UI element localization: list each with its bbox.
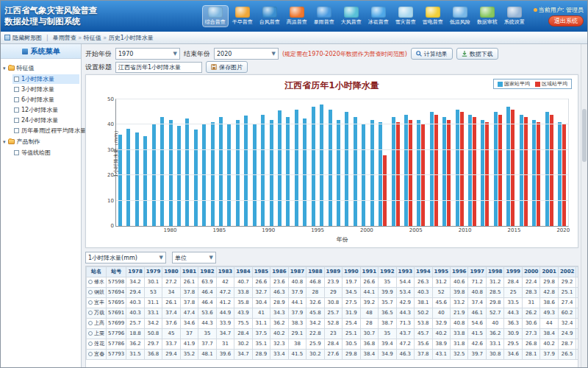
toolbar-item-8[interactable]: 雪灾普查: [393, 6, 418, 26]
column-header-year[interactable]: 1981: [180, 267, 198, 277]
table-row[interactable]: 上栗5779618.850.845373534.728.437.540.229.…: [87, 329, 579, 339]
unit-select[interactable]: 单位 ▼: [172, 252, 216, 263]
tree-item[interactable]: 历年暴雨过程平均降水量: [12, 126, 79, 135]
toggle-tree-button[interactable]: 隐藏树形图: [4, 34, 42, 42]
tree-item[interactable]: 12小时降水量: [12, 105, 79, 115]
breadcrumb-item[interactable]: 特征值: [84, 35, 101, 41]
column-header-year[interactable]: 1985: [252, 267, 270, 277]
radio-icon[interactable]: [88, 342, 93, 346]
column-header-year[interactable]: 1980: [162, 267, 180, 277]
vertical-scrollbar[interactable]: [581, 44, 587, 367]
breadcrumb-item[interactable]: 暴雨普查: [53, 35, 76, 41]
toolbar-item-1[interactable]: 综合普查: [203, 6, 228, 26]
station-name-cell[interactable]: 铜鼓: [87, 288, 107, 298]
station-name-cell[interactable]: 宜丰: [87, 298, 107, 308]
column-header-year[interactable]: 1987: [288, 267, 306, 277]
column-header-year[interactable]: 1999: [504, 267, 522, 277]
measure-select[interactable]: 1小时降水量(mm) ▼: [85, 252, 166, 263]
station-name-cell[interactable]: 万载: [87, 308, 107, 319]
station-name-cell[interactable]: 莲花: [87, 339, 107, 350]
scrollbar-thumb[interactable]: [582, 109, 587, 162]
column-header-year[interactable]: 2001: [540, 267, 558, 277]
radio-icon[interactable]: [88, 311, 93, 315]
station-name-cell[interactable]: 宜春: [87, 350, 107, 360]
column-header-year[interactable]: 1998: [486, 267, 503, 277]
column-header-year[interactable]: 1983: [216, 267, 234, 277]
column-header-year[interactable]: 2003: [576, 267, 578, 277]
column-header-year[interactable]: 1995: [432, 267, 450, 277]
column-header-year[interactable]: 1982: [198, 267, 216, 277]
column-header-year[interactable]: 1994: [415, 267, 432, 277]
table-wrapper: 站名站号197819791980198119821983198419851986…: [85, 266, 578, 367]
toolbar-item-10[interactable]: 低温风险: [448, 6, 473, 26]
breadcrumb-item[interactable]: 历史1小时降水量: [109, 35, 154, 41]
radio-icon[interactable]: [88, 290, 93, 294]
table-row[interactable]: 修水5759834.230.127.226.163.94240.726.623.…: [87, 277, 579, 288]
station-name-cell[interactable]: 上高: [87, 319, 107, 329]
column-header-year[interactable]: 2000: [522, 267, 539, 277]
expand-icon[interactable]: ▾: [3, 139, 6, 145]
column-header-year[interactable]: 1989: [324, 267, 342, 277]
tree-group-2[interactable]: ▾产品制作: [3, 138, 79, 146]
column-header-year[interactable]: 2002: [558, 267, 576, 277]
toolbar-item-5[interactable]: 暴雨普查: [312, 6, 337, 26]
checkbox-icon[interactable]: [14, 128, 19, 133]
column-header-station[interactable]: 站名: [87, 267, 107, 277]
table-row[interactable]: 万载5769140.333.137.447.453.644.943.94134.…: [87, 308, 579, 319]
station-name-cell[interactable]: 上栗: [87, 329, 107, 339]
column-header-station-id[interactable]: 站号: [107, 267, 126, 277]
tree-group-1[interactable]: ▾特征值: [3, 64, 79, 72]
table-row[interactable]: 上高5769925.734.237.634.644.333.975.531.13…: [87, 319, 579, 329]
column-header-year[interactable]: 1979: [144, 267, 162, 277]
expand-icon[interactable]: ▾: [3, 66, 6, 71]
checkbox-icon[interactable]: [14, 150, 19, 155]
column-header-year[interactable]: 1984: [234, 267, 252, 277]
column-header-year[interactable]: 1996: [451, 267, 468, 277]
toolbar-item-7[interactable]: 冰雹普查: [366, 6, 391, 26]
value-cell: 29.4: [162, 350, 180, 360]
radio-icon[interactable]: [88, 280, 93, 284]
toolbar-item-12[interactable]: 系统设置: [502, 6, 527, 26]
tree-item[interactable]: 等值线绘图: [12, 148, 79, 158]
column-header-year[interactable]: 1990: [343, 267, 360, 277]
toolbar-item-3[interactable]: 台风普查: [257, 6, 282, 26]
tree-item[interactable]: 24小时降水量: [12, 116, 79, 125]
table-row[interactable]: 宜丰5769540.331.126.137.846.441.235.830.42…: [87, 298, 579, 308]
toolbar-item-4[interactable]: 高温普查: [284, 6, 309, 26]
save-image-button[interactable]: 保存图片: [206, 61, 248, 73]
calculate-button[interactable]: 计算结果: [411, 48, 453, 60]
column-header-year[interactable]: 1978: [126, 267, 144, 277]
checkbox-icon[interactable]: [14, 97, 19, 102]
toolbar-item-6[interactable]: 大风普查: [339, 6, 364, 26]
tree-item[interactable]: 6小时降水量: [12, 95, 79, 105]
radio-icon[interactable]: [88, 321, 93, 325]
column-header-year[interactable]: 1991: [360, 267, 378, 277]
column-header-year[interactable]: 1986: [270, 267, 288, 277]
checkbox-icon[interactable]: [14, 118, 19, 123]
checkbox-icon[interactable]: [14, 87, 19, 92]
logout-button[interactable]: 退出系统: [548, 15, 584, 26]
end-year-select[interactable]: 2020 ▼: [214, 48, 279, 60]
toolbar-item-2[interactable]: 干旱普查: [230, 6, 255, 26]
table-row[interactable]: 莲花5778636.229.733.741.937.73130.235.132.…: [87, 339, 579, 350]
table-row[interactable]: 宜春5779331.536.829.435.248.139.634.728.93…: [87, 350, 579, 360]
checkbox-icon[interactable]: [14, 77, 19, 82]
radio-icon[interactable]: [88, 331, 93, 336]
tree-item[interactable]: 1小时降水量: [12, 74, 79, 84]
chart-title-input[interactable]: [115, 62, 202, 73]
download-button[interactable]: 数据下载: [456, 48, 498, 60]
toolbar-item-9[interactable]: 雷电普查: [420, 6, 445, 26]
station-name-cell[interactable]: 修水: [87, 277, 107, 288]
current-user-label: 当前用户: 管理员: [534, 6, 584, 14]
tree-item[interactable]: 3小时降水量: [12, 85, 79, 94]
column-header-year[interactable]: 1997: [468, 267, 486, 277]
toolbar-item-11[interactable]: 数据审核: [475, 6, 500, 26]
radio-icon[interactable]: [88, 300, 93, 305]
radio-icon[interactable]: [88, 352, 93, 356]
column-header-year[interactable]: 1993: [396, 267, 414, 277]
column-header-year[interactable]: 1992: [379, 267, 396, 277]
checkbox-icon[interactable]: [14, 107, 19, 113]
table-row[interactable]: 铜鼓5769429.4533437.846.447.233.832.746.33…: [87, 288, 579, 298]
start-year-select[interactable]: 1970 ▼: [115, 48, 180, 60]
column-header-year[interactable]: 1988: [306, 267, 324, 277]
